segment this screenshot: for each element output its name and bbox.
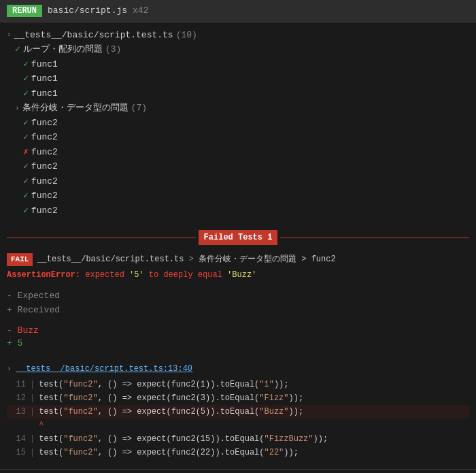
check-icon: ✓ [23, 131, 29, 144]
list-item: ✓ func2 [7, 130, 469, 145]
line-sep: | [30, 392, 35, 404]
check-icon: ✓ [23, 116, 29, 130]
fail-header: FAIL __tests__/basic/script.test.ts > 条件… [7, 253, 469, 266]
diff-section: - Expected + Received [0, 285, 476, 317]
group1-header[interactable]: ✓ ループ・配列の問題 (3) [7, 42, 469, 57]
tree-root[interactable]: › __tests__/basic/script.test.ts (10) [7, 28, 469, 43]
divider-label: Failed Tests 1 [199, 230, 278, 245]
code-line-highlighted: 13 | test("func2", () => expect(func2(5)… [7, 405, 469, 419]
error-message: expected '5' to deeply equal 'Buzz' [85, 270, 256, 280]
check-icon: ✓ [23, 58, 29, 71]
caret: ^ [39, 419, 44, 431]
toolbar-count: x42 [133, 4, 148, 18]
fail-breadcrumb: 条件分岐・データ型の問題 > func2 [199, 255, 336, 264]
line-number: 12 [7, 392, 26, 404]
list-item: ✓ func1 [7, 57, 469, 72]
chevron-icon: › [7, 365, 12, 373]
diff-plus-value: + 5 [7, 337, 469, 350]
code-content: test("func2", () => expect(func2(3)).toE… [39, 392, 469, 404]
highlight-expected: 'Buzz' [227, 270, 256, 280]
progress-bar: [1/1] [0, 469, 476, 474]
item-label: func2 [31, 204, 58, 218]
tree-root-label: __tests__/basic/script.test.ts [14, 29, 173, 42]
diff-received-label: + Received [7, 304, 469, 317]
code-content: test("func2", () => expect(func2(15)).to… [39, 433, 469, 445]
item-label: func1 [31, 58, 58, 71]
item-label: func2 [31, 116, 58, 130]
check-icon: ✓ [23, 189, 29, 203]
line-sep: | [30, 419, 35, 431]
item-label: func1 [31, 87, 58, 101]
item-label: func2 [31, 189, 58, 203]
item-label: func2 [31, 160, 58, 174]
item-label: func2 [31, 131, 58, 144]
chevron-icon: › [15, 103, 20, 114]
check-icon: ✓ [23, 72, 29, 86]
code-line: 14 | test("func2", () => expect(func2(15… [7, 432, 469, 446]
toolbar-filename: basic/script.js [48, 4, 127, 18]
highlight-value: '5' [129, 270, 144, 280]
toolbar: RERUN basic/script.js x42 [0, 0, 476, 22]
fail-badge: FAIL [7, 253, 33, 266]
list-item: ✓ func2 [7, 159, 469, 174]
fail-section: FAIL __tests__/basic/script.test.ts > 条件… [0, 249, 476, 285]
chevron-icon: › [7, 29, 12, 41]
rerun-button[interactable]: RERUN [7, 5, 42, 17]
line-number: 11 [7, 378, 26, 391]
code-line: 15 | test("func2", () => expect(func2(22… [7, 446, 469, 459]
group2-header[interactable]: › 条件分岐・データ型の問題 (7) [7, 101, 469, 116]
line-col: 13:40 [168, 364, 192, 374]
list-item: ✓ func2 [7, 189, 469, 203]
value-diff: - Buzz + 5 [0, 317, 476, 355]
line-sep: | [30, 406, 35, 418]
divider-line-right [280, 238, 469, 238]
line-sep: | [30, 378, 35, 391]
check-icon: ✓ [23, 87, 29, 101]
list-item: ✓ func1 [7, 71, 469, 86]
group2-label: 条件分岐・データ型の問題 [22, 101, 129, 115]
item-label: func2 [31, 146, 58, 159]
code-caret-line: | ^ [7, 419, 469, 432]
x-icon: ✗ [23, 146, 29, 159]
list-item-failed: ✗ func2 [7, 145, 469, 160]
failed-divider: Failed Tests 1 [0, 230, 476, 245]
list-item: ✓ func2 [7, 203, 469, 218]
tree-root-count: (10) [176, 29, 197, 42]
group1-count: (3) [105, 43, 121, 56]
arrow-icon: > [189, 255, 199, 264]
item-label: func1 [31, 72, 58, 86]
assertion-error: AssertionError: expected '5' to deeply e… [7, 269, 469, 281]
diff-expected-label: - Expected [7, 289, 469, 303]
test-tree: › __tests__/basic/script.test.ts (10) ✓ … [0, 22, 476, 224]
fail-path: __tests__/basic/script.test.ts > 条件分岐・デー… [37, 253, 335, 265]
line-number: 13 [7, 406, 26, 418]
code-line: 12 | test("func2", () => expect(func2(3)… [7, 391, 469, 405]
file-path: __tests__/basic/script.test.ts: [16, 364, 168, 374]
error-type: AssertionError: [7, 270, 80, 280]
list-item: ✓ func1 [7, 86, 469, 101]
check-icon: ✓ [23, 160, 29, 174]
check-icon: ✓ [15, 43, 20, 56]
code-block: › __tests__/basic/script.test.ts:13:40 1… [0, 359, 476, 463]
divider-line-left [7, 238, 196, 238]
line-sep: | [30, 433, 35, 445]
code-line: 11 | test("func2", () => expect(func2(1)… [7, 378, 469, 391]
diff-minus-value: - Buzz [7, 324, 469, 338]
check-icon: ✓ [23, 175, 29, 189]
check-icon: ✓ [23, 204, 29, 218]
item-label: func2 [31, 175, 58, 189]
line-number: 15 [7, 446, 26, 459]
list-item: ✓ func2 [7, 116, 469, 131]
code-content: test("func2", () => expect(func2(22)).to… [39, 446, 469, 459]
line-number: 14 [7, 433, 26, 445]
file-reference: › __tests__/basic/script.test.ts:13:40 [7, 363, 469, 375]
line-sep: | [30, 446, 35, 459]
group2-count: (7) [131, 101, 147, 115]
list-item: ✓ func2 [7, 174, 469, 189]
code-content: test("func2", () => expect(func2(5)).toE… [39, 406, 469, 418]
code-content: test("func2", () => expect(func2(1)).toE… [39, 378, 469, 391]
group1-label: ループ・配列の問題 [23, 43, 103, 56]
file-link[interactable]: __tests__/basic/script.test.ts:13:40 [16, 364, 192, 374]
fail-path-file: __tests__/basic/script.test.ts [37, 255, 184, 264]
